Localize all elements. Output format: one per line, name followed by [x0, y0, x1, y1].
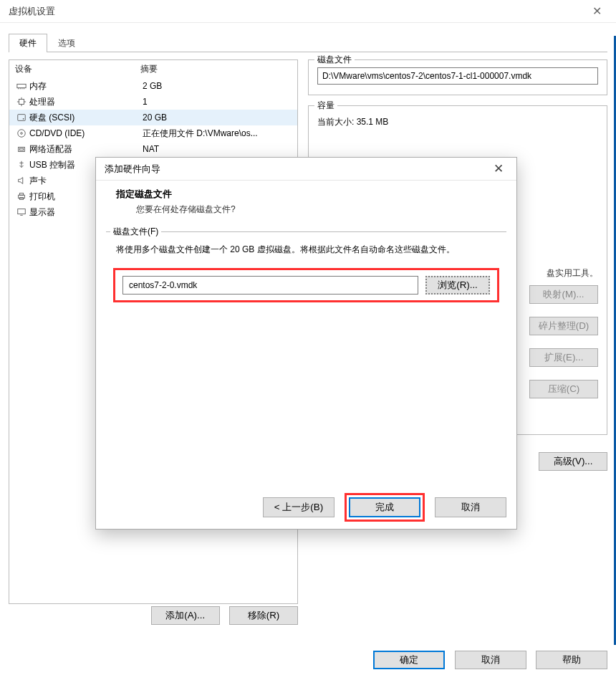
outer-title: 虚拟机设置 — [9, 5, 587, 18]
wizard-title: 添加硬件向导 — [105, 163, 489, 176]
device-name: 内存 — [28, 80, 143, 92]
disk-icon — [15, 112, 28, 123]
capacity-current: 当前大小: 35.1 MB — [317, 116, 598, 128]
device-row-net[interactable]: 网络适配器NAT — [9, 141, 297, 157]
svg-rect-15 — [19, 148, 23, 150]
device-name: 处理器 — [28, 96, 143, 108]
wizard-subheading: 您要在何处存储磁盘文件? — [116, 204, 502, 216]
device-name: 硬盘 (SCSI) — [28, 112, 143, 124]
wizard-heading: 指定磁盘文件 — [116, 188, 502, 201]
diskfile-group: 磁盘文件 — [308, 59, 607, 95]
device-summary: 2 GB — [143, 81, 162, 91]
help-button[interactable]: 帮助 — [536, 651, 607, 669]
svg-point-12 — [18, 130, 26, 138]
wizard-file-row-highlight: 浏览(R)... — [113, 268, 499, 302]
add-hardware-wizard: 添加硬件向导 ✕ 指定磁盘文件 您要在何处存储磁盘文件? 磁盘文件(F) 将使用… — [95, 157, 517, 530]
diskfile-group-label: 磁盘文件 — [314, 54, 355, 66]
wizard-diskfile-group: 磁盘文件(F) 将使用多个磁盘文件创建一个 20 GB 虚拟磁盘。将根据此文件名… — [106, 231, 506, 317]
device-row-cd[interactable]: CD/DVD (IDE)正在使用文件 D:\VMware\os... — [9, 125, 297, 141]
outer-titlebar: 虚拟机设置 ✕ — [0, 0, 616, 23]
capacity-group-label: 容量 — [314, 100, 337, 112]
finish-button[interactable]: 完成 — [349, 497, 420, 517]
wizard-group-label: 磁盘文件(F) — [110, 226, 161, 238]
header-device: 设备 — [15, 63, 140, 75]
device-list-header: 设备 摘要 — [9, 60, 297, 78]
compress-button[interactable]: 压缩(C) — [529, 380, 598, 398]
cancel-button[interactable]: 取消 — [455, 651, 526, 669]
cd-icon — [15, 128, 28, 138]
tab-strip: 硬件 选项 — [0, 23, 616, 52]
svg-rect-10 — [18, 115, 26, 121]
device-summary: NAT — [143, 144, 159, 154]
map-button[interactable]: 映射(M)... — [529, 285, 598, 304]
wizard-close-icon[interactable]: ✕ — [489, 161, 508, 176]
wizard-cancel-button[interactable]: 取消 — [435, 497, 506, 517]
device-row-memory[interactable]: 内存2 GB — [9, 78, 297, 94]
advanced-button[interactable]: 高级(V)... — [539, 452, 607, 471]
svg-rect-19 — [18, 209, 26, 214]
svg-rect-17 — [19, 193, 23, 196]
display-icon — [15, 207, 28, 217]
svg-point-13 — [21, 133, 23, 135]
svg-rect-0 — [17, 84, 26, 87]
sound-icon — [15, 176, 28, 186]
tab-hardware[interactable]: 硬件 — [9, 34, 47, 52]
svg-point-11 — [23, 118, 24, 120]
close-icon[interactable]: ✕ — [587, 4, 607, 18]
wizard-titlebar: 添加硬件向导 ✕ — [96, 158, 516, 181]
usb-icon — [15, 160, 28, 170]
device-summary: 正在使用文件 D:\VMware\os... — [143, 128, 258, 140]
memory-icon — [15, 81, 28, 91]
defrag-button[interactable]: 碎片整理(D) — [529, 317, 598, 335]
wizard-header: 指定磁盘文件 您要在何处存储磁盘文件? — [96, 181, 516, 227]
wizard-description: 将使用多个磁盘文件创建一个 20 GB 虚拟磁盘。将根据此文件名自动命名这些磁盘… — [116, 242, 499, 257]
browse-button[interactable]: 浏览(R)... — [425, 276, 490, 295]
finish-button-highlight: 完成 — [345, 493, 425, 522]
net-icon — [15, 144, 28, 154]
device-summary: 20 GB — [143, 112, 167, 123]
svg-rect-5 — [19, 100, 24, 105]
cpu-icon — [15, 97, 28, 107]
ok-button[interactable]: 确定 — [373, 651, 445, 669]
expand-button[interactable]: 扩展(E)... — [529, 348, 598, 367]
printer-icon — [15, 191, 28, 201]
device-row-cpu[interactable]: 处理器1 — [9, 94, 297, 110]
add-hw-button[interactable]: 添加(A)... — [151, 606, 220, 625]
tab-options[interactable]: 选项 — [47, 34, 86, 52]
vm-settings-window: 虚拟机设置 ✕ 硬件 选项 设备 摘要 内存2 GB处理器1硬盘 (SCSI)2… — [0, 0, 616, 675]
footer-buttons: 确定 取消 帮助 — [366, 651, 607, 669]
device-summary: 1 — [143, 97, 148, 107]
device-name: 网络适配器 — [28, 143, 143, 155]
header-summary: 摘要 — [140, 63, 158, 75]
diskfile-path-input[interactable] — [317, 67, 598, 85]
device-name: CD/DVD (IDE) — [28, 128, 143, 138]
remove-hw-button[interactable]: 移除(R) — [229, 606, 298, 625]
back-button[interactable]: < 上一步(B) — [263, 497, 335, 517]
wizard-filename-input[interactable] — [122, 276, 418, 295]
device-list-buttons: 添加(A)... 移除(R) — [9, 606, 298, 625]
device-row-disk[interactable]: 硬盘 (SCSI)20 GB — [9, 110, 297, 125]
wizard-footer: < 上一步(B) 完成 取消 — [263, 493, 506, 522]
